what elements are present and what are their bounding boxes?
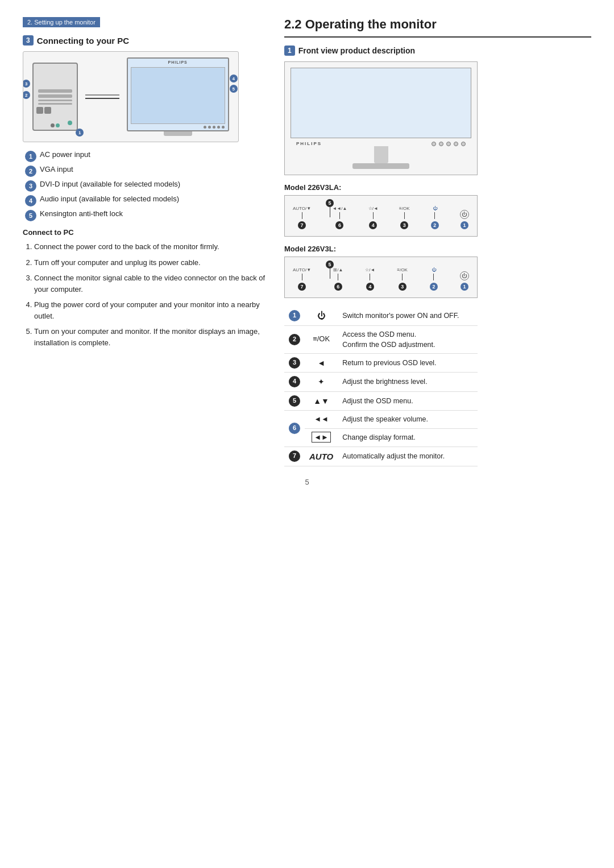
- func-badge-6: 6: [289, 423, 300, 434]
- model1-btn-brightness: ☆/◄ 4: [368, 206, 378, 229]
- bullet-3: 3: [25, 180, 36, 192]
- model1-btn-speaker: ◄◄/▲ 6: [332, 206, 347, 229]
- step-4: Plug the power cord of your computer and…: [34, 299, 267, 321]
- func-row-6b: ◄► Change display format.: [284, 428, 478, 447]
- connecting-section-title: 3 Connecting to your PC: [23, 35, 267, 46]
- func-badge-2: 2: [289, 334, 300, 345]
- model1-btn-auto: AUTO/▼ 7: [293, 206, 311, 229]
- step-1: Connect the power cord to the back of th…: [34, 241, 267, 253]
- function-table: 1 ⏻ Switch monitor's power ON and OFF. 2…: [284, 306, 478, 466]
- func-row-5: 5 ▲▼ Adjust the OSD menu.: [284, 391, 478, 410]
- pc-tower-illustration: [32, 63, 78, 131]
- func-row-3: 3 ◄ Return to previous OSD level.: [284, 354, 478, 373]
- section-num-badge: 3: [23, 35, 34, 46]
- func-row-6: 6 ◄◄ Adjust the speaker volume.: [284, 410, 478, 428]
- step-3: Connect the monitor signal cable to the …: [34, 272, 267, 295]
- pc-diagram: 3 2: [23, 51, 239, 142]
- model2-btn-2: ⏻ 2: [430, 267, 438, 291]
- model2-btn-menu: ≡/OK 3: [397, 267, 408, 291]
- step-5: Turn on your computer and monitor. If th…: [34, 326, 267, 348]
- func-icon-expand: ◄►: [305, 428, 338, 447]
- bullet-1: 1: [25, 151, 36, 162]
- func-row-7: 7 AUTO Automatically adjust the monitor.: [284, 447, 478, 466]
- func-badge-5: 5: [289, 395, 300, 407]
- list-item: 3 DVI-D input (available for selected mo…: [25, 180, 267, 192]
- func-row-2: 2 ≡/OK Access the OSD menu.Confirm the O…: [284, 325, 478, 353]
- func-row-4: 4 ✦ Adjust the brightness level.: [284, 373, 478, 391]
- func-icon-power: ⏻: [305, 306, 338, 325]
- sub-section-1-title: 1 Front view product description: [284, 46, 591, 56]
- operating-heading: 2.2 Operating the monitor: [284, 17, 591, 38]
- connect-steps-list: Connect the power cord to the back of th…: [23, 241, 267, 348]
- monitor-front-diagram: PHILIPS: [284, 61, 478, 175]
- monitor-brand-label: PHILIPS: [296, 141, 322, 146]
- model2-btn-auto: AUTO/▼ 7: [293, 267, 311, 291]
- func-desc-3: Return to previous OSD level.: [338, 354, 478, 373]
- bullet-2: 2: [25, 166, 36, 177]
- func-icon-updown: ▲▼: [305, 391, 338, 410]
- model2-label: Model 226V3L:: [284, 245, 591, 253]
- func-icon-speaker: ◄◄: [305, 410, 338, 428]
- monitor-front-buttons: [432, 142, 466, 146]
- func-row-1: 1 ⏻ Switch monitor's power ON and OFF.: [284, 306, 478, 325]
- model2-btn-brightness: ☆/◄ 4: [365, 267, 375, 291]
- func-badge-4: 4: [289, 376, 300, 387]
- step-2: Turn off your computer and unplug its po…: [34, 257, 267, 268]
- func-badge-1: 1: [289, 310, 300, 321]
- page-number: 5: [23, 478, 591, 486]
- func-desc-7: Automatically adjust the monitor.: [338, 447, 478, 466]
- bullet-4: 4: [25, 195, 36, 206]
- func-desc-6b: Change display format.: [338, 428, 478, 447]
- section-title-text: Connecting to your PC: [37, 36, 130, 46]
- connect-to-pc-title: Connect to PC: [23, 228, 267, 237]
- list-item: 1 AC power input: [25, 150, 267, 162]
- model1-btn-1: ⏻ 1: [460, 209, 469, 229]
- func-desc-2: Access the OSD menu.Confirm the OSD adju…: [338, 325, 478, 353]
- monitor-front-screen: [291, 68, 471, 138]
- func-desc-6a: Adjust the speaker volume.: [338, 410, 478, 428]
- model2-diagram: 5 AUTO/▼ 7 ⊞/▲ 6 ☆/◄ 4: [284, 257, 478, 298]
- list-item: 5 Kensington anti-theft lock: [25, 209, 267, 221]
- func-desc-4: Adjust the brightness level.: [338, 373, 478, 391]
- bullet-5: 5: [25, 210, 36, 221]
- func-desc-5: Adjust the OSD menu.: [338, 391, 478, 410]
- sub1-num-badge: 1: [284, 46, 295, 56]
- func-icon-menu: ≡/OK: [305, 325, 338, 353]
- monitor-illustration: PHILIPS: [127, 57, 229, 131]
- func-icon-auto: AUTO: [305, 447, 338, 466]
- func-badge-3: 3: [289, 357, 300, 369]
- list-item: 2 VGA input: [25, 165, 267, 177]
- func-desc-1: Switch monitor's power ON and OFF.: [338, 306, 478, 325]
- breadcrumb: 2. Setting up the monitor: [23, 17, 100, 27]
- model2-btn-1: ⏻ 1: [460, 270, 469, 291]
- sub1-title-text: Front view product description: [298, 46, 415, 55]
- func-icon-brightness: ✦: [305, 373, 338, 391]
- model1-label: Model 226V3LA:: [284, 183, 591, 192]
- model2-btn-speaker: ⊞/▲ 6: [333, 267, 343, 291]
- connector-list: 1 AC power input 2 VGA input 3 DVI-D inp…: [23, 150, 267, 221]
- model1-btn-menu: ≡/OK 3: [399, 206, 409, 229]
- func-icon-back: ◄: [305, 354, 338, 373]
- model1-diagram: 5 AUTO/▼ 7 ◄◄/▲ 6 ☆/◄: [284, 195, 478, 237]
- list-item: 4 Audio input (available for selected mo…: [25, 195, 267, 206]
- model1-btn-power: ⏻ 2: [431, 206, 439, 229]
- func-badge-7: 7: [289, 450, 300, 462]
